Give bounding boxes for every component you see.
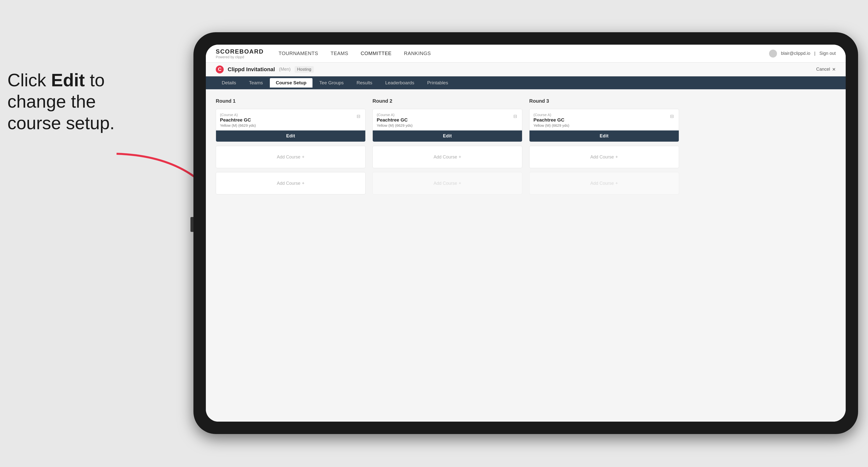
tournament-gender: (Men) [279, 67, 291, 72]
nav-tournaments[interactable]: TOURNAMENTS [279, 51, 318, 56]
cancel-x-icon: ✕ [832, 67, 836, 72]
round-3-title: Round 3 [529, 98, 679, 104]
round-3-plus-icon-1: + [615, 155, 618, 160]
main-content: Round 1 (Course A) Peachtree GC Yellow (… [206, 89, 846, 422]
tab-printables[interactable]: Printables [421, 78, 454, 88]
round-1-course-header: (Course A) Peachtree GC Yellow (M) (6629… [216, 109, 365, 130]
instruction-text: Click Edit to change the course setup. [7, 69, 151, 134]
nav-user: blair@clippd.io | Sign out [769, 50, 836, 58]
round-2-add-course-label-1: Add Course [434, 155, 457, 160]
round-2-title: Round 2 [372, 98, 522, 104]
round-1-add-course-2[interactable]: Add Course + [216, 172, 366, 194]
round-3-course-details: Yellow (M) (6629 yds) [533, 123, 569, 127]
round-2-delete-icon[interactable]: ⊟ [513, 113, 518, 120]
round-1-edit-button[interactable]: Edit [216, 130, 365, 142]
user-avatar [769, 50, 777, 58]
round-1-course-details: Yellow (M) (6629 yds) [220, 123, 256, 127]
tournament-name: Clippd Invitational [228, 66, 275, 73]
round-2-course-card: (Course A) Peachtree GC Yellow (M) (6629… [372, 109, 522, 142]
round-1-course-label: (Course A) [220, 113, 256, 117]
round-1-column: Round 1 (Course A) Peachtree GC Yellow (… [216, 98, 366, 194]
round-3-delete-icon[interactable]: ⊟ [669, 113, 675, 120]
round-2-column: Round 2 (Course A) Peachtree GC Yellow (… [372, 98, 522, 194]
round-2-course-name: Peachtree GC [377, 117, 413, 123]
round-1-course-card: (Course A) Peachtree GC Yellow (M) (6629… [216, 109, 366, 142]
round-1-delete-icon[interactable]: ⊟ [355, 113, 361, 120]
tablet-screen: SCOREBOARD Powered by clippd TOURNAMENTS… [206, 44, 846, 422]
sign-out-link[interactable]: Sign out [819, 51, 836, 56]
nav-committee[interactable]: COMMITTEE [361, 51, 392, 56]
app-logo: SCOREBOARD Powered by clippd [216, 48, 264, 59]
round-3-add-course-2: Add Course + [529, 172, 679, 194]
round-1-plus-icon-1: + [302, 155, 305, 160]
round-3-course-name: Peachtree GC [533, 117, 569, 123]
round-2-plus-icon-2: + [459, 181, 461, 186]
round-2-course-details: Yellow (M) (6629 yds) [377, 123, 413, 127]
round-4-column-empty [686, 98, 836, 194]
tabs-bar: Details Teams Course Setup Tee Groups Re… [206, 76, 846, 89]
round-2-plus-icon-1: + [459, 155, 461, 160]
app-container: SCOREBOARD Powered by clippd TOURNAMENTS… [206, 44, 846, 422]
round-1-course-info: (Course A) Peachtree GC Yellow (M) (6629… [220, 113, 256, 127]
round-2-add-course-label-2: Add Course [434, 181, 457, 186]
tab-results[interactable]: Results [351, 78, 378, 88]
nav-left: SCOREBOARD Powered by clippd TOURNAMENTS… [216, 48, 431, 59]
round-1-add-course-1[interactable]: Add Course + [216, 146, 366, 168]
round-3-course-info: (Course A) Peachtree GC Yellow (M) (6629… [533, 113, 569, 127]
sub-header: C Clippd Invitational (Men) Hosting Canc… [206, 62, 846, 76]
round-1-course-name: Peachtree GC [220, 117, 256, 123]
logo-text: SCOREBOARD [216, 48, 264, 55]
nav-rankings[interactable]: RANKINGS [404, 51, 431, 56]
tab-course-setup[interactable]: Course Setup [270, 78, 312, 88]
sub-header-left: C Clippd Invitational (Men) Hosting [216, 65, 314, 73]
round-1-title: Round 1 [216, 98, 366, 104]
nav-teams[interactable]: TEAMS [331, 51, 348, 56]
round-3-edit-button[interactable]: Edit [529, 130, 679, 142]
top-navigation: SCOREBOARD Powered by clippd TOURNAMENTS… [206, 44, 846, 62]
tab-tee-groups[interactable]: Tee Groups [313, 78, 350, 88]
tablet-device: SCOREBOARD Powered by clippd TOURNAMENTS… [193, 32, 858, 434]
tablet-side-button [190, 217, 193, 232]
round-2-course-info: (Course A) Peachtree GC Yellow (M) (6629… [377, 113, 413, 127]
round-2-edit-button[interactable]: Edit [373, 130, 522, 142]
nav-links: TOURNAMENTS TEAMS COMMITTEE RANKINGS [279, 51, 431, 56]
clippd-logo: C [216, 65, 224, 73]
tournament-status: Hosting [294, 66, 314, 73]
round-3-add-course-label-1: Add Course [590, 155, 614, 160]
round-3-add-course-label-2: Add Course [590, 181, 614, 186]
round-3-column: Round 3 (Course A) Peachtree GC Yellow (… [529, 98, 679, 194]
round-3-course-header: (Course A) Peachtree GC Yellow (M) (6629… [529, 109, 679, 130]
round-2-course-header: (Course A) Peachtree GC Yellow (M) (6629… [373, 109, 522, 130]
round-2-add-course-2: Add Course + [372, 172, 522, 194]
round-2-course-label: (Course A) [377, 113, 413, 117]
round-3-course-card: (Course A) Peachtree GC Yellow (M) (6629… [529, 109, 679, 142]
tab-teams[interactable]: Teams [243, 78, 269, 88]
cancel-button[interactable]: Cancel ✕ [816, 67, 836, 72]
logo-subtitle: Powered by clippd [216, 55, 264, 59]
round-1-plus-icon-2: + [302, 181, 305, 186]
rounds-grid: Round 1 (Course A) Peachtree GC Yellow (… [216, 98, 836, 194]
user-email: blair@clippd.io [781, 51, 810, 56]
round-3-course-label: (Course A) [533, 113, 569, 117]
tab-leaderboards[interactable]: Leaderboards [379, 78, 420, 88]
round-3-add-course-1[interactable]: Add Course + [529, 146, 679, 168]
round-1-add-course-label-2: Add Course [277, 181, 300, 186]
round-1-add-course-label-1: Add Course [277, 155, 300, 160]
pipe-separator: | [814, 51, 815, 56]
round-2-add-course-1[interactable]: Add Course + [372, 146, 522, 168]
round-3-plus-icon-2: + [615, 181, 618, 186]
tab-details[interactable]: Details [216, 78, 242, 88]
